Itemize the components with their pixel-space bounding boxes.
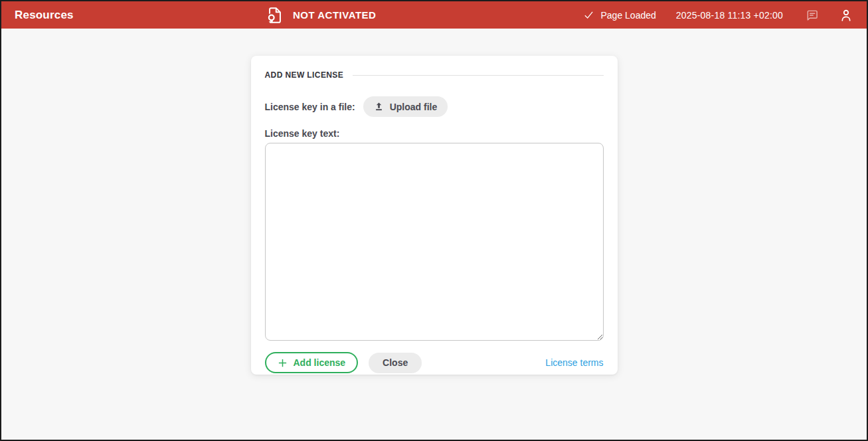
license-document-badge-icon [266,6,284,25]
upload-icon [374,102,384,112]
user-button[interactable] [839,8,853,23]
timestamp: 2025-08-18 11:13 +02:00 [676,10,783,21]
page-title: Resources [15,9,74,22]
page-loaded-status: Page Loaded [583,9,655,21]
license-text-label: License key text: [265,128,604,139]
license-key-textarea[interactable] [265,143,604,341]
upload-file-label: Upload file [390,102,438,112]
card-title-row: ADD NEW LICENSE [265,70,604,80]
chat-button[interactable] [806,9,819,22]
title-divider [353,75,603,76]
license-terms-link[interactable]: License terms [545,357,603,368]
license-file-row: License key in a file: Upload file [265,96,604,117]
upload-file-button[interactable]: Upload file [363,96,448,117]
chat-icon [806,9,819,22]
activation-status-group: NOT ACTIVATED [266,1,376,29]
add-license-card: ADD NEW LICENSE License key in a file: U… [251,56,618,375]
card-title: ADD NEW LICENSE [265,70,344,80]
plus-icon [278,358,288,368]
license-file-label: License key in a file: [265,102,355,112]
close-button[interactable]: Close [369,353,422,373]
add-license-button[interactable]: Add license [265,352,359,373]
main-content: ADD NEW LICENSE License key in a file: U… [1,29,867,440]
header-right-group: Page Loaded 2025-08-18 11:13 +02:00 [583,8,853,23]
add-license-label: Add license [294,357,346,368]
activation-status-text: NOT ACTIVATED [293,9,376,21]
user-icon [839,8,853,23]
app-header: Resources NOT ACTIVATED Page Loaded 2025… [1,1,867,29]
check-icon [583,9,594,21]
card-footer-row: Add license Close License terms [265,352,604,373]
page-loaded-label: Page Loaded [600,10,655,21]
